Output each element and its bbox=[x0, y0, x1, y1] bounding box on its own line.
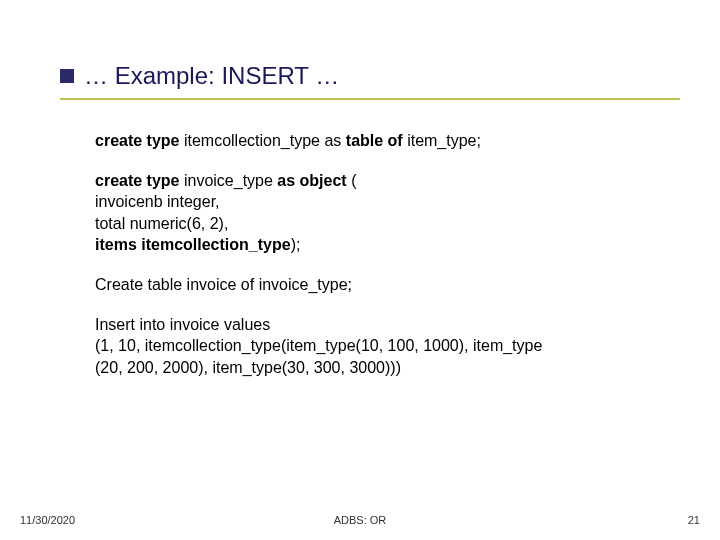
txt: itemcollection_type as bbox=[184, 132, 346, 149]
code-block-2: create type invoice_type as object ( inv… bbox=[95, 170, 660, 256]
footer-center: ADBS: OR bbox=[334, 514, 387, 526]
txt: ); bbox=[291, 236, 301, 253]
kw: create type bbox=[95, 132, 184, 149]
txt: invoice_type bbox=[184, 172, 277, 189]
slide-title: … Example: INSERT … bbox=[84, 62, 339, 90]
code-line: Create table invoice of invoice_type; bbox=[95, 274, 660, 296]
kw: create type bbox=[95, 172, 184, 189]
code-line: create type invoice_type as object ( bbox=[95, 170, 660, 192]
title-underline bbox=[60, 98, 680, 100]
code-line: (1, 10, itemcollection_type(item_type(10… bbox=[95, 335, 660, 357]
code-line: create type itemcollection_type as table… bbox=[95, 132, 481, 149]
code-line: invoicenb integer, bbox=[95, 191, 660, 213]
code-line: total numeric(6, 2), bbox=[95, 213, 660, 235]
title-bullet-icon bbox=[60, 69, 74, 83]
code-block-4: Insert into invoice values (1, 10, itemc… bbox=[95, 314, 660, 379]
slide-title-row: … Example: INSERT … bbox=[60, 62, 680, 90]
txt: ( bbox=[351, 172, 356, 189]
code-line: (20, 200, 2000), item_type(30, 300, 3000… bbox=[95, 357, 660, 379]
footer-page-number: 21 bbox=[688, 514, 700, 526]
footer-date: 11/30/2020 bbox=[20, 514, 75, 526]
code-block-1: create type itemcollection_type as table… bbox=[95, 130, 660, 152]
kw: items itemcollection_type bbox=[95, 236, 291, 253]
slide-content: create type itemcollection_type as table… bbox=[95, 130, 660, 396]
txt: item_type; bbox=[407, 132, 481, 149]
code-line: items itemcollection_type); bbox=[95, 234, 660, 256]
code-block-3: Create table invoice of invoice_type; bbox=[95, 274, 660, 296]
kw: as object bbox=[277, 172, 351, 189]
kw: table of bbox=[346, 132, 407, 149]
code-line: Insert into invoice values bbox=[95, 314, 660, 336]
